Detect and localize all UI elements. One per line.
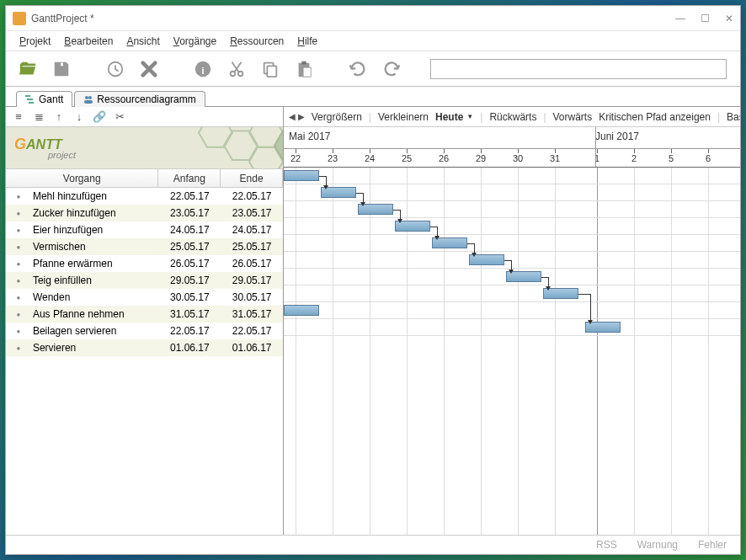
tick-label: 5: [669, 153, 674, 163]
baseline-button[interactable]: Basisp: [727, 111, 740, 123]
link-icon[interactable]: 🔗: [92, 110, 107, 123]
table-row[interactable]: ● Aus Pfanne nehmen 31.05.17 31.05.17: [6, 306, 283, 323]
gantt-chart[interactable]: [284, 168, 740, 535]
table-row[interactable]: ● Wenden 30.05.17 30.05.17: [6, 289, 283, 306]
task-end: 30.05.17: [221, 291, 283, 303]
bullet-icon: ●: [6, 260, 31, 268]
close-button[interactable]: ✕: [725, 13, 733, 24]
table-row[interactable]: ● Eier hinzufügen 24.05.17 24.05.17: [6, 221, 283, 238]
tick-label: 24: [365, 153, 375, 163]
svg-rect-12: [27, 99, 33, 100]
table-row[interactable]: ● Beilagen servieren 22.05.17 22.05.17: [6, 323, 283, 339]
forward-button[interactable]: Vorwärts: [553, 111, 593, 123]
table-row[interactable]: ● Mehl hinzufügen 22.05.17 22.05.17: [6, 188, 283, 205]
critical-path-button[interactable]: Kritischen Pfad anzeigen: [599, 111, 711, 123]
gantt-row: [284, 319, 740, 336]
info-button[interactable]: i: [191, 57, 215, 81]
tick-label: 29: [476, 153, 486, 163]
tick-label: 30: [513, 153, 523, 163]
task-start: 22.05.17: [158, 190, 221, 202]
menu-vorgaenge[interactable]: Vorgänge: [173, 35, 216, 47]
col-anfang[interactable]: Anfang: [158, 169, 221, 187]
col-vorgang[interactable]: Vorgang: [6, 169, 158, 187]
today-button[interactable]: Heute: [435, 111, 463, 123]
bullet-icon: ●: [6, 294, 31, 301]
app-window: GanttProject * — ☐ ✕ Projekt Bearbeiten …: [5, 5, 741, 555]
tab-resource[interactable]: Ressourcendiagramm: [74, 91, 205, 107]
task-end: 25.05.17: [221, 241, 283, 253]
table-row[interactable]: ● Servieren 01.06.17 01.06.17: [6, 339, 283, 356]
svg-rect-16: [84, 100, 93, 104]
table-row[interactable]: ● Zucker hinzufügen 23.05.17 23.05.17: [6, 205, 283, 221]
paste-button[interactable]: [292, 57, 316, 81]
task-name: Teig einfüllen: [31, 275, 159, 286]
task-name: Beilagen servieren: [31, 325, 159, 337]
status-rss[interactable]: RSS: [596, 539, 617, 551]
task-panel: ≡ ≣ ↑ ↓ 🔗 ✂ GANTT project Vorgang Anfang…: [6, 107, 284, 535]
menu-projekt[interactable]: Projekt: [19, 35, 51, 47]
col-ende[interactable]: Ende: [221, 169, 283, 187]
tab-gantt[interactable]: Gantt: [16, 91, 72, 107]
svg-rect-0: [61, 62, 63, 66]
timeline-header: Mai 2017 Juni 2017 22232425262930311256: [284, 127, 740, 168]
task-end: 22.05.17: [221, 190, 283, 202]
gantt-row: [284, 252, 740, 269]
search-input[interactable]: [430, 59, 727, 79]
content: ≡ ≣ ↑ ↓ 🔗 ✂ GANTT project Vorgang Anfang…: [6, 107, 740, 536]
month-june: Juni 2017: [595, 131, 639, 142]
delete-button[interactable]: [137, 57, 161, 81]
today-dropdown-icon[interactable]: ▼: [466, 113, 473, 120]
maximize-button[interactable]: ☐: [701, 13, 710, 24]
task-start: 22.05.17: [158, 325, 221, 337]
gantt-bar[interactable]: [284, 170, 319, 181]
task-list: ● Mehl hinzufügen 22.05.17 22.05.17● Zuc…: [6, 188, 283, 535]
statusbar: RSS Warnung Fehler: [6, 536, 740, 554]
history-button[interactable]: [104, 57, 127, 81]
svg-rect-13: [29, 102, 34, 104]
copy-button[interactable]: [258, 57, 282, 81]
menu-hilfe[interactable]: Hilfe: [297, 35, 317, 47]
task-end: 24.05.17: [221, 224, 283, 236]
menu-ressourcen[interactable]: Ressourcen: [230, 35, 284, 47]
gantt-panel: ◀ ▶ Vergrößern | Verkleinern Heute ▼ | R…: [284, 107, 740, 535]
table-row[interactable]: ● Pfanne erwärmen 26.05.17 26.05.17: [6, 255, 283, 272]
open-button[interactable]: [16, 57, 40, 81]
redo-button[interactable]: [380, 57, 403, 81]
movedown-icon[interactable]: ↓: [72, 110, 87, 123]
task-start: 24.05.17: [158, 224, 221, 236]
zoom-in-button[interactable]: Vergrößern: [312, 111, 362, 123]
menu-bearbeiten[interactable]: Bearbeiten: [64, 35, 113, 47]
save-button[interactable]: [50, 57, 73, 81]
status-err[interactable]: Fehler: [698, 539, 727, 551]
menu-ansicht[interactable]: Ansicht: [126, 35, 159, 47]
table-row[interactable]: ● Teig einfüllen 29.05.17 29.05.17: [6, 272, 283, 289]
indent-icon[interactable]: ≣: [31, 110, 46, 123]
gantt-row: [284, 235, 740, 252]
cut-button[interactable]: [225, 57, 248, 81]
task-name: Pfanne erwärmen: [31, 258, 159, 269]
outdent-icon[interactable]: ≡: [11, 110, 26, 123]
resource-icon: [83, 94, 93, 104]
tab-resource-label: Ressourcendiagramm: [97, 93, 195, 105]
table-row[interactable]: ● Vermischen 25.05.17 25.05.17: [6, 238, 283, 255]
toolbar: i: [6, 51, 740, 87]
tab-gantt-label: Gantt: [39, 93, 63, 105]
gantt-bar[interactable]: [284, 305, 319, 316]
undo-button[interactable]: [346, 57, 370, 81]
unlink-icon[interactable]: ✂: [112, 110, 127, 123]
tick-label: 26: [439, 153, 449, 163]
collapse-icon[interactable]: ◀ ▶: [289, 112, 305, 121]
bullet-icon: ●: [6, 344, 31, 352]
bullet-icon: ●: [6, 328, 31, 335]
minimize-button[interactable]: —: [675, 13, 685, 24]
zoom-out-button[interactable]: Verkleinern: [378, 111, 429, 123]
gantt-icon: [25, 94, 35, 104]
bullet-icon: ●: [6, 311, 31, 318]
moveup-icon[interactable]: ↑: [51, 110, 67, 123]
back-button[interactable]: Rückwärts: [489, 111, 536, 123]
svg-point-14: [85, 96, 88, 99]
app-icon: [13, 12, 26, 25]
task-name: Zucker hinzufügen: [31, 207, 159, 219]
status-warn[interactable]: Warnung: [637, 539, 678, 551]
bullet-icon: ●: [6, 210, 31, 217]
